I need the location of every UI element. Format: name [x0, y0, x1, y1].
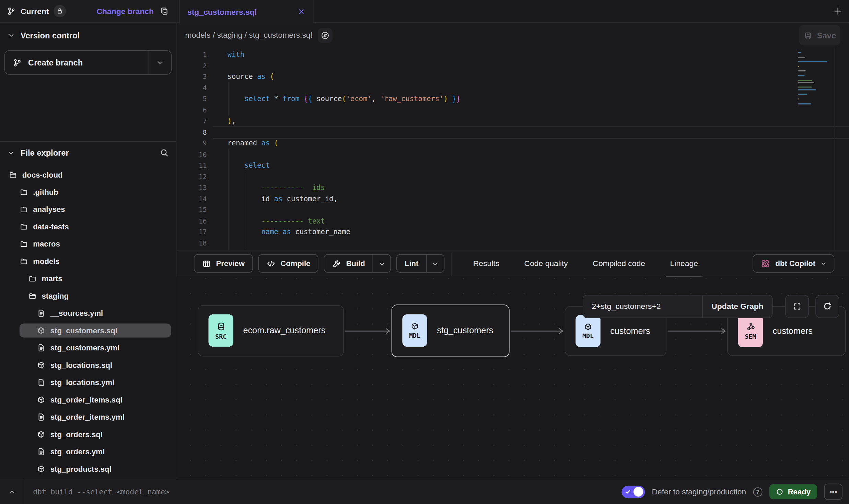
version-control-header[interactable]: Version control [0, 23, 176, 40]
ready-status-button[interactable]: Ready [769, 484, 817, 499]
preview-icon [202, 259, 211, 268]
chevron-down-icon [378, 260, 386, 268]
file-explorer-header[interactable]: File explorer [0, 142, 176, 157]
lint-dropdown-caret[interactable] [426, 255, 444, 272]
fullscreen-button[interactable] [785, 295, 809, 318]
code-editor[interactable]: 123456789101112131415161718192021222324 … [176, 48, 849, 250]
lineage-node-mdl-stg-customers[interactable]: MDLstg_customers [392, 304, 510, 357]
cube-icon [37, 361, 45, 369]
collapse-command-bar-button[interactable] [0, 479, 24, 504]
compile-button[interactable]: Compile [258, 254, 319, 273]
more-options-button[interactable]: ••• [824, 484, 842, 500]
current-branch-label: Current [21, 7, 49, 15]
circle-status-icon [776, 488, 783, 495]
button-label: Lint [405, 259, 418, 268]
tree-item-label: analyses [33, 205, 65, 214]
tree-item-macros[interactable]: macros [0, 235, 176, 252]
lint-button[interactable]: Lint [396, 254, 444, 273]
tree-item-stg-locations-yml[interactable]: stg_locations.yml [0, 374, 176, 391]
tree-item-label: data-tests [33, 222, 69, 231]
sidebar: Version control Create branch File explo… [0, 23, 176, 479]
lint-button-main[interactable]: Lint [397, 255, 426, 272]
chevron-down-icon[interactable] [7, 32, 15, 40]
tree-item-label: stg_customers.sql [50, 326, 117, 335]
node-type-label: SEM [745, 333, 756, 340]
new-tab-button[interactable] [833, 6, 843, 16]
button-label: Preview [216, 259, 245, 268]
tab-stg-customers-sql[interactable]: stg_customers.sql [179, 0, 313, 23]
lineage-selector-input[interactable]: 2+stg_customers+2 [583, 295, 702, 317]
refresh-icon [823, 301, 832, 311]
branch-bar: Current Change branch [0, 0, 176, 23]
code-line-15 [228, 204, 461, 215]
tab-results[interactable]: Results [473, 251, 499, 276]
folder-icon [20, 240, 28, 248]
create-branch-button[interactable]: Create branch [4, 50, 172, 75]
tree-item-stg-orders-sql[interactable]: stg_orders.sql [0, 426, 176, 443]
tree-item-docs-cloud[interactable]: docs-cloud [0, 166, 176, 183]
tree-item-models[interactable]: models [0, 253, 176, 270]
node-type-badge: SEM [738, 314, 763, 347]
tree-item-stg-customers-sql[interactable]: stg_customers.sql [0, 322, 176, 339]
tree-item-data-tests[interactable]: data-tests [0, 218, 176, 235]
breadcrumb: models / staging / stg_customers.sql [185, 31, 312, 39]
copilot-compass-button[interactable] [317, 28, 332, 43]
tree-item-stg-products-sql[interactable]: stg_products.sql [0, 460, 176, 478]
update-graph-button[interactable]: Update Graph [702, 295, 772, 317]
tree-item-analyses[interactable]: analyses [0, 201, 176, 218]
dbt-copilot-button[interactable]: dbt Copilot [753, 254, 834, 273]
tab-lineage[interactable]: Lineage [670, 251, 698, 276]
tree-item-staging[interactable]: staging [0, 287, 176, 304]
breadcrumb-row: models / staging / stg_customers.sql Sav… [176, 23, 849, 48]
tab-compiled-code[interactable]: Compiled code [593, 251, 645, 276]
lineage-panel: 2+stg_customers+2 Update Graph SRCecom.r… [176, 276, 849, 479]
code-line-6 [228, 105, 461, 116]
cube-icon [410, 322, 419, 331]
create-branch-main[interactable]: Create branch [5, 51, 148, 74]
tree-item-stg-order-items-sql[interactable]: stg_order_items.sql [0, 391, 176, 408]
tab-code-quality[interactable]: Code quality [524, 251, 568, 276]
tree-item-stg-orders-yml[interactable]: stg_orders.yml [0, 443, 176, 460]
copy-icon[interactable] [160, 7, 169, 16]
search-icon[interactable] [160, 148, 169, 157]
tree-item--sources-yml[interactable]: __sources.yml [0, 304, 176, 322]
code-line-2 [228, 60, 461, 71]
folder-open-icon [20, 257, 28, 265]
preview-button[interactable]: Preview [194, 254, 253, 273]
save-button[interactable]: Save [799, 25, 840, 46]
build-button[interactable]: Build [324, 254, 391, 273]
tree-item-stg-customers-yml[interactable]: stg_customers.yml [0, 339, 176, 356]
tree-item-label: staging [42, 291, 69, 300]
editor-scrollbar-track[interactable] [834, 48, 835, 250]
command-input[interactable]: dbt build --select <model_name> [33, 488, 170, 496]
git-branch-icon [13, 58, 22, 67]
close-icon[interactable] [297, 8, 305, 16]
tree-item-stg-order-items-yml[interactable]: stg_order_items.yml [0, 408, 176, 425]
folder-open-icon [9, 170, 17, 179]
node-type-label: MDL [582, 332, 594, 339]
help-icon[interactable]: ? [753, 487, 763, 496]
compile-button-main[interactable]: Compile [259, 255, 318, 272]
change-branch-link[interactable]: Change branch [97, 7, 154, 15]
node-type-badge: SRC [208, 314, 233, 347]
tree-item--github[interactable]: .github [0, 183, 176, 201]
create-branch-caret[interactable] [148, 51, 171, 74]
lineage-node-src-ecom-raw-customers[interactable]: SRCecom.raw_customers [198, 305, 344, 356]
folder-icon [20, 188, 28, 196]
defer-toggle[interactable] [621, 485, 645, 498]
tree-item-label: stg_orders.yml [50, 447, 105, 456]
refresh-button[interactable] [815, 295, 839, 318]
code-line-13: ---------- ids [228, 182, 461, 193]
lineage-edge [511, 327, 564, 335]
tree-item-marts[interactable]: marts [0, 270, 176, 287]
tree-item-label: stg_order_items.sql [50, 395, 123, 404]
build-button-main[interactable]: Build [324, 255, 372, 272]
preview-button-main[interactable]: Preview [194, 255, 252, 272]
chevron-down-icon[interactable] [7, 149, 15, 157]
chevron-down-icon [156, 58, 164, 67]
build-dropdown-caret[interactable] [373, 255, 391, 272]
minimap[interactable] [798, 52, 830, 108]
tree-item-stg-locations-sql[interactable]: stg_locations.sql [0, 357, 176, 374]
code-line-14: id as customer_id, [228, 193, 461, 204]
expand-icon [792, 302, 802, 311]
